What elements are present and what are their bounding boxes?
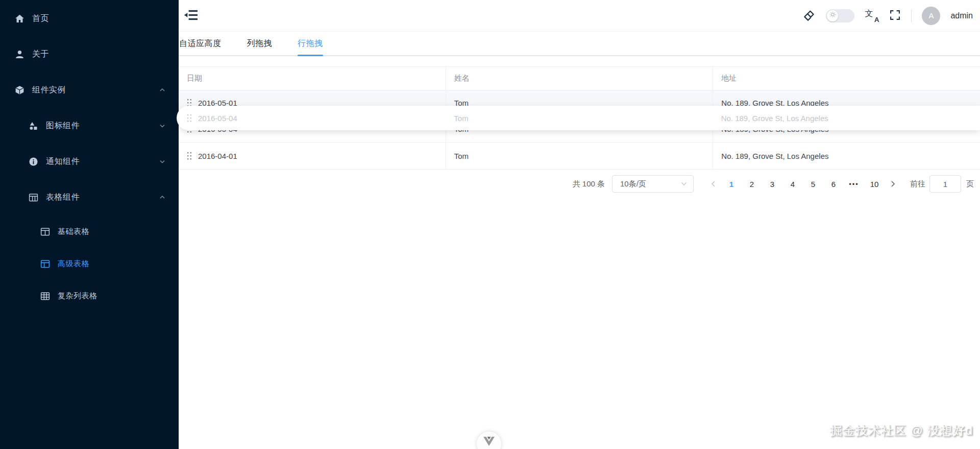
user-icon [14,49,25,60]
cell-name: Tom [446,114,713,123]
sidebar-collapse-button[interactable] [184,9,199,23]
cell-address: No. 189, Grove St, Los Angeles [713,143,980,169]
sidebar-item-advanced-table[interactable]: 高级表格 [0,251,179,276]
goto-page-label: 前往 [910,179,925,189]
tag-button[interactable] [802,8,816,23]
avatar-letter: A [928,11,934,20]
column-header-date: 日期 [179,67,446,90]
home-icon [14,13,25,24]
tab-label: 自适应高度 [179,38,222,49]
info-icon [28,156,39,167]
topbar: 文 A A admin [179,0,980,32]
cell-date: 2016-05-04 [198,114,237,123]
more-pages-icon[interactable]: ••• [846,180,862,188]
table-icon [28,192,39,203]
grid-basic-icon [40,226,51,237]
sidebar-item-label: 图标组件 [46,121,159,131]
next-page-button[interactable] [885,180,901,187]
chevron-down-icon [159,123,165,129]
pagination: 共 100 条 10条/页 1 2 3 4 5 6 ••• 10 前往 页 [179,175,980,193]
sidebar-item-label: 组件实例 [32,85,159,96]
page-size-value: 10条/页 [620,179,646,189]
fullscreen-icon [889,9,901,22]
language-icon-primary-glyph: 文 [865,9,873,19]
tag-icon [802,8,816,23]
language-button[interactable]: 文 A [865,9,879,22]
box-icon [14,85,25,96]
sidebar: 首页 关于 组件实例 图标组件 通知组件 表格组件 基础 [0,0,179,449]
cell-date: 2016-04-01 [198,152,237,160]
cell-name: Tom [446,143,714,169]
topbar-divider [911,9,912,22]
page-number[interactable]: 6 [825,180,842,188]
column-header-name: 姓名 [446,67,714,90]
fold-icon [184,9,199,23]
sidebar-item-about[interactable]: 关于 [0,40,179,68]
page-number[interactable]: 3 [764,180,780,188]
username[interactable]: admin [950,11,973,20]
drag-handle-icon[interactable] [187,152,192,160]
language-icon-secondary-glyph: A [874,16,879,23]
page-number[interactable]: 5 [805,180,821,188]
drag-ghost-row: 2016-05-04 Tom No. 189, Grove St, Los An… [177,106,980,130]
prev-page-button[interactable] [705,180,721,187]
table-row[interactable]: 2016-04-01 Tom No. 189, Grove St, Los An… [179,143,980,170]
main-area: 文 A A admin 自适应高度 列拖拽 行拖拽 日 [179,0,980,449]
sidebar-item-complex-table[interactable]: 复杂列表格 [0,283,179,309]
avatar[interactable]: A [922,7,940,25]
chevron-down-icon [681,182,687,186]
sidebar-item-label: 关于 [32,49,165,60]
chevron-up-icon [159,87,165,93]
page-number[interactable]: 1 [723,180,740,188]
sun-icon [829,11,837,20]
cell-address: No. 189, Grove St, Los Angeles [713,114,980,123]
page-number[interactable]: 4 [785,180,801,188]
topbar-right: 文 A A admin [802,7,973,25]
tab-label: 行拖拽 [298,38,323,49]
shapes-icon [28,121,39,131]
sidebar-item-label: 复杂列表格 [58,291,165,301]
page-size-select[interactable]: 10条/页 [612,175,694,193]
sidebar-item-table-components[interactable]: 表格组件 [0,183,179,211]
content-panel: 日期 姓名 地址 2016-05-01 Tom No. 189, Grove S… [179,56,980,449]
pagination-total: 共 100 条 [573,179,605,189]
tab-column-drag[interactable]: 列拖拽 [247,32,273,55]
sidebar-item-icon-components[interactable]: 图标组件 [0,111,179,140]
app-root: 首页 关于 组件实例 图标组件 通知组件 表格组件 基础 [0,0,980,449]
sidebar-item-notice-components[interactable]: 通知组件 [0,147,179,176]
grid-advanced-icon [40,258,51,269]
page-unit-label: 页 [966,179,974,189]
drag-handle-icon [187,114,192,123]
table-header-row: 日期 姓名 地址 [179,67,980,90]
sidebar-item-label: 高级表格 [58,259,165,269]
sidebar-item-label: 基础表格 [58,227,165,237]
sidebar-item-home[interactable]: 首页 [0,4,179,33]
sidebar-item-components[interactable]: 组件实例 [0,76,179,104]
chevron-up-icon [159,194,165,200]
page-number[interactable]: 10 [866,180,883,188]
sidebar-item-label: 首页 [32,13,165,24]
sidebar-item-label: 通知组件 [46,156,159,167]
grid-complex-icon [40,291,51,301]
language-icon: 文 A [865,9,879,22]
tab-adaptive-height[interactable]: 自适应高度 [179,32,222,55]
tab-label: 列拖拽 [247,38,273,49]
down-arrow-icon [483,437,495,448]
theme-switch-knob [827,10,838,21]
theme-switch[interactable] [826,9,854,22]
sidebar-item-label: 表格组件 [46,192,159,203]
column-header-address: 地址 [713,67,980,90]
goto-page-input[interactable] [929,175,961,193]
sidebar-item-basic-table[interactable]: 基础表格 [0,219,179,244]
chevron-down-icon [159,158,165,164]
fullscreen-button[interactable] [889,9,901,22]
tab-bar: 自适应高度 列拖拽 行拖拽 [179,32,980,56]
tab-row-drag[interactable]: 行拖拽 [298,32,323,55]
page-number[interactable]: 2 [744,180,760,188]
